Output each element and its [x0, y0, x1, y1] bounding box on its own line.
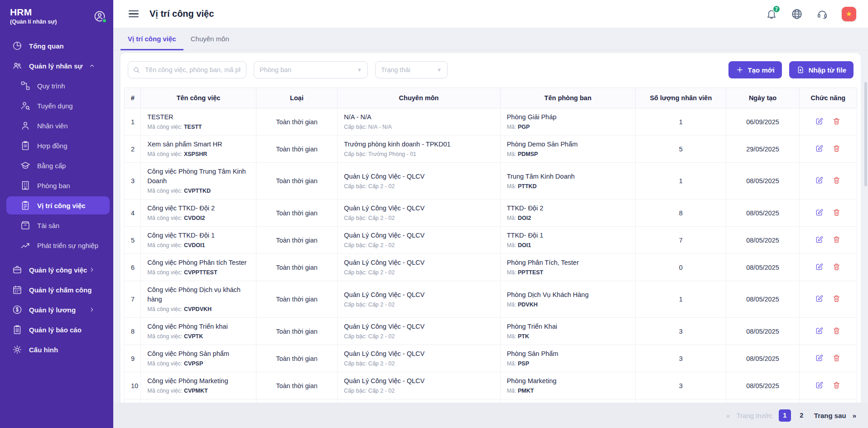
cell-actions — [799, 281, 857, 318]
department-name: TTKD- Đội 2 — [507, 204, 629, 213]
delete-button[interactable] — [832, 235, 841, 244]
team-icon — [12, 60, 23, 71]
specialty-name: Quản Lý Công Việc - QLCV — [344, 172, 493, 181]
next-arrow-icon[interactable]: » — [853, 412, 856, 419]
delete-button[interactable] — [832, 117, 841, 126]
edit-button[interactable] — [815, 294, 824, 303]
edit-button[interactable] — [815, 144, 824, 153]
language-button[interactable] — [791, 8, 803, 20]
column-header-0: # — [125, 88, 141, 108]
vietnam-flag-icon[interactable]: ★ — [842, 7, 856, 21]
workflow-icon — [20, 80, 31, 91]
notifications-button[interactable]: 7 — [766, 8, 777, 20]
cell-job-name: TESTERMã công việc: TESTT — [141, 108, 256, 136]
cell-created-date: 08/05/2025 — [726, 163, 799, 199]
cell-subtext: Cấp bậc: Cấp 2 - 02 — [344, 332, 493, 340]
sidebar-item-tai-san[interactable]: Tài sản — [0, 216, 110, 234]
sidebar-item-tong-quan[interactable]: Tổng quan — [0, 37, 110, 55]
cell-created-date: 08/05/2025 — [726, 345, 799, 372]
next-page-button[interactable]: Trang sau — [814, 412, 846, 419]
sidebar-item-hop-dong[interactable]: Hợp đồng — [0, 136, 110, 155]
clipboard-list-icon — [20, 200, 31, 211]
cell-subtext: Mã công việc: CVPDVKH — [147, 305, 249, 313]
sidebar-item-quan-ly-luong[interactable]: Quản lý lương — [0, 301, 110, 319]
sidebar-item-label: Bằng cấp — [37, 162, 66, 170]
sidebar: HRM (Quản lí nhân sự) Tổng quanQuản lý n… — [0, 0, 113, 428]
job-name: Công việc Phòng Trung Tâm Kinh Doanh — [147, 167, 249, 186]
cell-employee-count: 3 — [636, 318, 726, 345]
prev-arrow-icon[interactable]: « — [726, 412, 730, 419]
sidebar-item-nhan-vien[interactable]: Nhân viên — [0, 117, 110, 135]
create-button[interactable]: Tạo mới — [728, 61, 782, 78]
sidebar-item-quan-ly-cham-cong[interactable]: Quản lý chấm công — [0, 281, 110, 299]
edit-button[interactable] — [815, 381, 824, 390]
edit-button[interactable] — [815, 117, 824, 126]
edit-button[interactable] — [815, 263, 824, 272]
edit-button[interactable] — [815, 326, 824, 336]
tab-vi-tri-cong-viec[interactable]: Vị trí công việc — [121, 28, 183, 50]
sidebar-item-label: Cấu hình — [29, 346, 58, 354]
delete-button[interactable] — [832, 381, 841, 390]
page-button-2[interactable]: 2 — [796, 409, 808, 422]
delete-button[interactable] — [832, 144, 841, 153]
prev-page-button[interactable]: Trang trước — [736, 412, 772, 419]
main-area: Vị trí công việc 7 ★ Vị trí công việcChu… — [113, 0, 868, 428]
chevron-right-icon — [89, 306, 95, 313]
edit-button[interactable] — [815, 235, 824, 244]
delete-button[interactable] — [832, 263, 841, 272]
cell-subtext: Cấp bậc: Cấp 2 - 02 — [344, 301, 493, 309]
cell-index: 6 — [125, 254, 141, 281]
search-input[interactable] — [144, 66, 241, 74]
cell-actions — [799, 345, 857, 372]
positions-table: #Tên công việcLoạiChuyên mônTên phòng ba… — [124, 88, 857, 418]
delete-button[interactable] — [832, 208, 841, 217]
support-button[interactable] — [816, 8, 828, 20]
page-button-1[interactable]: 1 — [779, 409, 791, 422]
cell-job-type: Toàn thời gian — [256, 136, 338, 163]
sidebar-item-phat-trien-su-nghiep[interactable]: Phát triển sự nghiệp — [0, 236, 110, 254]
cell-subtext: Mã: PTK — [507, 332, 629, 340]
edit-button[interactable] — [815, 176, 824, 185]
sidebar-item-quan-ly-nhan-su[interactable]: Quản lý nhân sự — [0, 57, 110, 75]
cell-department: Trung Tâm Kinh DoanhMã: PTTKD — [500, 163, 636, 199]
sidebar-item-vi-tri-cong-viec[interactable]: Vị trí công việc — [6, 196, 110, 214]
sidebar-item-phong-ban[interactable]: Phòng ban — [0, 176, 110, 195]
sidebar-item-quan-ly-bao-cao[interactable]: Quản lý báo cáo — [0, 321, 110, 339]
sidebar-item-label: Tuyển dụng — [37, 102, 73, 110]
cell-subtext: Mã công việc: XSPSHR — [147, 150, 249, 158]
sidebar-item-bang-cap[interactable]: Bằng cấp — [0, 156, 110, 175]
cell-subtext: Mã: PDMSP — [507, 150, 629, 158]
edit-button[interactable] — [815, 208, 824, 217]
scrollbar[interactable] — [864, 82, 867, 186]
delete-button[interactable] — [832, 176, 841, 185]
column-header-5: Số lượng nhân viên — [636, 88, 726, 108]
sidebar-item-quan-ly-cong-viec[interactable]: Quản lý công việc — [0, 261, 110, 279]
department-select[interactable]: Phòng ban ▼ — [254, 61, 368, 78]
sidebar-item-quy-trinh[interactable]: Quy trình — [0, 77, 110, 95]
cell-index: 5 — [125, 227, 141, 254]
status-select[interactable]: Trạng thái ▼ — [375, 61, 448, 78]
cell-subtext: Mã: PDVKH — [507, 301, 629, 309]
cell-job-name: Xem sản phẩm Smart HRMã công việc: XSPSH… — [141, 136, 256, 163]
cell-job-name: Công việc Phòng Sản phẩmMã công việc: CV… — [141, 345, 256, 372]
sidebar-header: HRM (Quản lí nhân sự) — [0, 0, 113, 29]
delete-button[interactable] — [832, 326, 841, 336]
import-file-button[interactable]: Nhập từ file — [789, 61, 854, 78]
specialty-name: Quản Lý Công Việc - QLCV — [344, 349, 493, 359]
edit-button[interactable] — [815, 354, 824, 363]
sidebar-item-tuyen-dung[interactable]: Tuyển dụng — [0, 97, 110, 115]
delete-button[interactable] — [832, 294, 841, 303]
menu-toggle-button[interactable] — [129, 10, 139, 18]
column-header-3: Chuyên môn — [338, 88, 500, 108]
user-avatar[interactable] — [93, 10, 106, 23]
cell-department: Phòng Demo Sản PhẩmMã: PDMSP — [500, 136, 636, 163]
cell-employee-count: 1 — [636, 108, 726, 136]
cell-department: Phòng Giải PhápMã: PGP — [500, 108, 636, 136]
delete-button[interactable] — [832, 354, 841, 363]
cell-job-type: Toàn thời gian — [256, 254, 338, 281]
department-name: Phòng Dịch Vụ Khách Hàng — [507, 290, 629, 300]
job-name: Công việc TTKD- Đội 2 — [147, 204, 249, 213]
tab-chuyen-mon[interactable]: Chuyên môn — [183, 28, 236, 50]
cell-subtext: Mã: PTTKD — [507, 182, 629, 190]
sidebar-item-cau-hinh[interactable]: Cấu hình — [0, 340, 110, 359]
